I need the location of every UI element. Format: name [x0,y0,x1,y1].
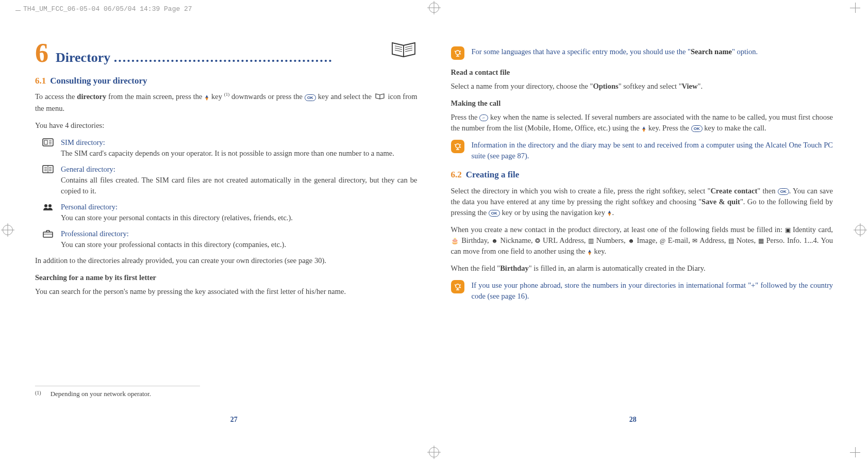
chapter-number: 6 [35,41,48,65]
note-text: If you use your phone abroad, store the … [472,280,833,302]
text: Press the [451,113,480,121]
read-contact-text: Select a name from your directory, choos… [451,81,833,92]
nickname-icon: ☻ [491,237,498,244]
field-name: Numbers, [596,236,626,244]
text-bold: Options [593,82,618,90]
directory-book-icon [390,39,418,62]
fields-paragraph: When you create a new contact in the pro… [451,224,833,257]
general-directory-icon [42,165,54,176]
text: When the field " [451,264,500,272]
tip-icon [451,46,464,60]
ok-key-icon: OK [778,188,789,195]
tip-icon [451,280,464,293]
registration-mark-bottom [429,447,439,457]
text-bold: Save & quit [702,198,740,206]
text: key [209,92,224,101]
search-text: You can search for the person's name by … [35,286,418,297]
nav-key-icon: ▲▼ [607,210,612,216]
dir-name: Personal directory: [61,202,418,212]
birthday-paragraph: When the field "Birthday" is filled in, … [451,263,833,274]
left-page: 6 Directory ............................… [35,36,433,429]
url-icon: ❂ [535,237,540,244]
dir-desc: The SIM card's capacity depends on your … [61,148,418,159]
text: key. [592,247,606,255]
nav-key-icon: ▲▼ [204,95,209,100]
perso-info-icon: ▦ [758,237,764,244]
text: key and select the [316,92,374,101]
email-icon: @ [660,237,665,244]
note-search-name: For some languages that have a specific … [451,46,833,60]
text: . [612,208,614,217]
text: " then [757,187,777,195]
nav-key-icon: ▲▼ [641,126,646,132]
text: key. Press the [646,124,691,132]
svg-rect-1 [44,140,47,144]
page-number-right: 28 [433,415,833,425]
call-key-icon: ⌐ [479,114,488,121]
svg-point-8 [456,284,460,288]
you-have-text: You have 4 directories: [35,120,418,131]
dir-item-sim: SIM directory: The SIM card's capacity d… [42,137,418,159]
note-pc-suite: Information in the directory and the dia… [451,140,833,161]
text-bold: Search name [691,47,732,56]
sim-directory-icon [42,138,54,150]
svg-point-6 [456,51,460,55]
making-call-heading: Making the call [451,98,833,109]
image-icon: ☻ [628,237,635,244]
footnote-text: Depending on your network operator. [51,389,151,399]
chapter-title: Directory ..............................… [56,48,418,68]
field-name: Identity card, [793,225,833,234]
professional-directory-icon [42,229,54,241]
dir-desc: You can store your personal contacts in … [61,212,418,223]
create-file-text: Select the directory in which you wish t… [451,186,833,218]
text: from the main screen, press the [106,92,204,101]
dir-name: General directory: [61,164,418,175]
crop-mark-br [850,447,860,457]
ok-key-icon: OK [305,94,316,101]
field-name: Image, [637,236,657,244]
svg-rect-5 [43,232,53,237]
tip-icon [451,140,464,153]
numbers-icon: ▥ [588,237,594,244]
right-page: For some languages that have a specific … [433,36,833,429]
notes-icon: ▤ [728,237,734,244]
text: To access the [35,92,77,101]
registration-mark-top [429,3,439,13]
footnote: (1) Depending on your network operator. [35,386,200,399]
intro-paragraph: To access the directory from the main sc… [35,91,418,113]
footnote-ref: (1) [224,92,230,97]
personal-directory-icon [42,203,54,214]
addition-text: In addition to the directories already p… [35,255,418,266]
crop-mark [15,10,21,12]
text-bold: Birthday [500,264,529,272]
address-icon: ✉ [692,237,697,244]
field-name: Birthday, [461,236,489,244]
note-international: If you use your phone abroad, store the … [451,280,833,302]
section-title-text: Creating a file [466,170,520,179]
chapter-dots: ........................................… [114,50,333,65]
ok-key-icon: OK [691,125,703,132]
text: For some languages that have a specific … [472,47,691,56]
dir-desc: Contains all files created. The SIM card… [61,175,418,196]
text-bold: Create contact [710,187,757,195]
registration-mark-right [855,225,865,235]
field-name: Perso. Info. 1...4. [766,236,819,244]
footnote-mark: (1) [35,389,41,399]
read-contact-heading: Read a contact file [451,67,833,78]
field-name: Notes, [737,236,756,244]
svg-point-3 [44,204,47,207]
dir-desc: You can store your professional contacts… [61,239,418,250]
chapter-title-text: Directory [56,50,110,65]
text: Select the directory in which you wish t… [451,187,711,195]
dir-item-personal: Personal directory: You can store your p… [42,202,418,223]
svg-point-4 [48,204,52,207]
identity-card-icon: ▣ [785,226,791,234]
file-header: TH4_UM_FCC_06-05-04 06/05/04 14:39 Page … [23,5,192,13]
svg-point-7 [456,144,460,148]
field-name: E-mail, [668,236,690,244]
text: ". [697,82,703,90]
section-6-1-title: 6.1Consulting your directory [35,75,418,88]
ok-key-icon: OK [489,210,500,217]
text: " is filled in, an alarm is automaticall… [529,264,706,272]
text: downwards or press the [229,92,305,101]
